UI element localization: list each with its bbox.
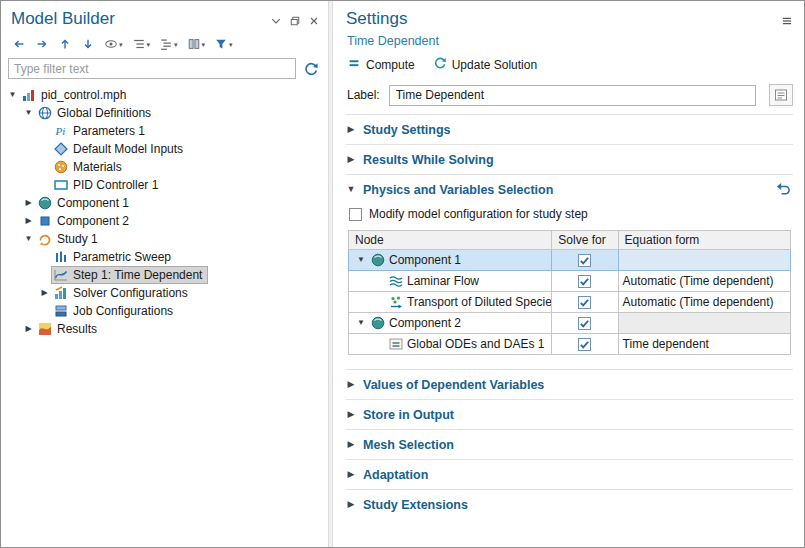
nav-forward-icon[interactable]	[32, 35, 52, 53]
solve-for-checkbox[interactable]	[578, 338, 591, 351]
modify-config-label: Modify model configuration for study ste…	[369, 207, 588, 221]
tree-item[interactable]: Materials	[1, 158, 328, 176]
tree-item[interactable]: Step 1: Time Dependent	[1, 266, 328, 284]
update-solution-button[interactable]: Update Solution	[433, 56, 537, 73]
column-header-node[interactable]: Node	[349, 231, 552, 250]
tree-item[interactable]: Job Configurations	[1, 302, 328, 320]
solve-for-checkbox[interactable]	[578, 296, 591, 309]
settings-panel: Settings Time Dependent Compute Update S…	[333, 1, 804, 547]
dock-icon[interactable]	[270, 13, 282, 25]
tree-item-label: Component 2	[57, 214, 129, 228]
tree-item[interactable]: ▶Results	[1, 320, 328, 338]
section-header-study-extensions[interactable]: ▶ Study Extensions	[346, 490, 793, 519]
refresh-icon[interactable]	[301, 59, 321, 79]
section-store-in-output: ▶ Store in Output	[346, 399, 793, 429]
tree-item-label: Parametric Sweep	[73, 250, 171, 264]
collapse-icon[interactable]: ▾	[129, 35, 154, 53]
tree-item[interactable]: ▼Global Definitions	[1, 104, 328, 122]
equation-form-cell	[618, 313, 790, 334]
component-small-icon	[37, 213, 53, 229]
columns-icon[interactable]: ▾	[184, 35, 209, 53]
table-row[interactable]: ▼Component 2	[349, 313, 791, 334]
physics-table: Node Solve for Equation form ▼Component …	[348, 230, 791, 355]
svg-text:Pi: Pi	[55, 125, 66, 137]
filter-input[interactable]	[8, 58, 296, 79]
tree-item[interactable]: ▶Solver Configurations	[1, 284, 328, 302]
tree-item[interactable]: ▼pid_control.mph	[1, 86, 328, 104]
section-header-mesh-selection[interactable]: ▶ Mesh Selection	[346, 430, 793, 459]
tree-item-label: pid_control.mph	[41, 88, 126, 102]
modify-config-checkbox[interactable]	[349, 208, 362, 221]
equation-form-cell[interactable]: Automatic (Time dependent)	[618, 271, 790, 292]
close-icon[interactable]	[308, 13, 320, 25]
tree-item-label: Default Model Inputs	[73, 142, 183, 156]
section-header-results-while-solving[interactable]: ▶ Results While Solving	[346, 145, 793, 174]
physics-table-body: ▼Component 1Laminar FlowAutomatic (Time …	[349, 250, 791, 355]
chevron-right-icon: ▶	[346, 155, 356, 164]
tree-expander-icon[interactable]: ▶	[22, 325, 35, 333]
node-label: Global ODEs and DAEs 1	[407, 337, 544, 351]
expand-tree-icon[interactable]: ▾	[156, 35, 181, 53]
section-header-study-settings[interactable]: ▶ Study Settings	[346, 115, 793, 144]
tree-expander-icon[interactable]: ▶	[22, 217, 35, 225]
table-row[interactable]: ▼Component 1	[349, 250, 791, 271]
tree-expander-icon[interactable]: ▼	[22, 235, 35, 243]
odes-icon	[388, 336, 404, 352]
results-icon	[37, 321, 53, 337]
compute-button[interactable]: Compute	[347, 56, 415, 73]
solve-for-checkbox[interactable]	[578, 317, 591, 330]
column-header-equation-form[interactable]: Equation form	[618, 231, 790, 250]
solve-for-checkbox[interactable]	[578, 275, 591, 288]
tree-expander-icon[interactable]: ▼	[22, 109, 35, 117]
tree-item[interactable]: PID Controller 1	[1, 176, 328, 194]
section-header-adaptation[interactable]: ▶ Adaptation	[346, 460, 793, 489]
node-label: Component 2	[389, 316, 461, 330]
tree-item[interactable]: Parametric Sweep	[1, 248, 328, 266]
time-dependent-icon	[53, 267, 69, 283]
reset-to-default-icon[interactable]	[775, 181, 793, 199]
float-icon[interactable]	[289, 13, 301, 25]
tree-item-label: Results	[57, 322, 97, 336]
column-header-solve-for[interactable]: Solve for	[552, 231, 618, 250]
tree-item[interactable]: ▼Study 1	[1, 230, 328, 248]
node-label: Laminar Flow	[407, 274, 479, 288]
row-expander-icon[interactable]: ▼	[355, 319, 367, 327]
table-row[interactable]: Laminar FlowAutomatic (Time dependent)	[349, 271, 791, 292]
chevron-right-icon: ▶	[346, 500, 356, 509]
table-row[interactable]: Transport of Diluted SpeciesAutomatic (T…	[349, 292, 791, 313]
tree-item[interactable]: PiParameters 1	[1, 122, 328, 140]
row-expander-icon[interactable]: ▼	[355, 256, 367, 264]
rename-button[interactable]	[769, 84, 793, 106]
transport-icon	[388, 294, 404, 310]
filter-icon[interactable]: ▾	[211, 35, 236, 53]
label-input[interactable]	[389, 85, 756, 106]
equation-form-cell[interactable]: Time dependent	[618, 334, 790, 355]
globe-icon	[37, 105, 53, 121]
equation-form-cell[interactable]: Automatic (Time dependent)	[618, 292, 790, 313]
tree-item[interactable]: ▶Component 1	[1, 194, 328, 212]
comsol-window: Model Builder ▾▾▾▾▾ ▼pid_control.mph▼Glo…	[0, 0, 805, 548]
materials-icon	[53, 159, 69, 175]
move-down-icon[interactable]	[78, 35, 98, 53]
tree-item[interactable]: ▶Component 2	[1, 212, 328, 230]
tree-item-label: Parameters 1	[73, 124, 145, 138]
table-row[interactable]: Global ODEs and DAEs 1Time dependent	[349, 334, 791, 355]
tree-item[interactable]: Default Model Inputs	[1, 140, 328, 158]
show-icon[interactable]: ▾	[101, 35, 126, 53]
dropdown-caret-icon: ▾	[202, 41, 206, 48]
section-header-physics-and-variables[interactable]: ▼ Physics and Variables Selection	[346, 175, 793, 204]
menu-icon[interactable]	[781, 13, 793, 25]
section-header-values-of-dependent-variables[interactable]: ▶ Values of Dependent Variables	[346, 370, 793, 399]
section-physics-and-variables: ▼ Physics and Variables Selection Modify…	[346, 174, 793, 369]
nav-back-icon[interactable]	[9, 35, 29, 53]
tree-expander-icon[interactable]: ▼	[6, 91, 19, 99]
tree-expander-icon[interactable]: ▶	[22, 199, 35, 207]
modify-config-row[interactable]: Modify model configuration for study ste…	[349, 207, 791, 221]
move-up-icon[interactable]	[55, 35, 75, 53]
model-builder-panel: Model Builder ▾▾▾▾▾ ▼pid_control.mph▼Glo…	[1, 1, 328, 547]
chevron-right-icon: ▶	[346, 410, 356, 419]
section-header-store-in-output[interactable]: ▶ Store in Output	[346, 400, 793, 429]
node-label: Transport of Diluted Species	[407, 295, 552, 309]
tree-expander-icon[interactable]: ▶	[38, 289, 51, 297]
solve-for-checkbox[interactable]	[578, 254, 591, 267]
